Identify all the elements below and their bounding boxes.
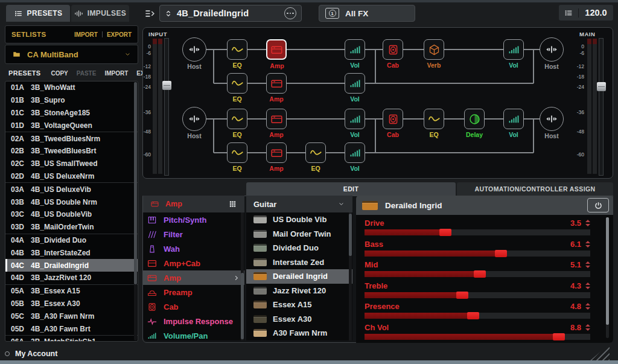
parameter-slider[interactable] (365, 271, 590, 277)
category-row[interactable]: Filter (143, 227, 244, 241)
tab-automation-controller-assign[interactable]: AUTOMATION/CONTROLLER ASSIGN (457, 182, 613, 196)
parameter-slider[interactable] (365, 292, 590, 298)
parameter-value[interactable]: 8.8 (570, 323, 581, 332)
tab-edit[interactable]: EDIT (246, 182, 456, 196)
preset-paste-button[interactable]: PASTE (77, 70, 97, 77)
preset-menu-button[interactable] (284, 7, 296, 19)
setlists-export-button[interactable]: EXPORT (107, 31, 132, 38)
model-row[interactable]: Essex A30 (246, 312, 352, 327)
preset-row[interactable]: 02D 4B_US DeluxeNrm (5, 170, 138, 183)
value-stepper[interactable] (585, 241, 590, 247)
amp-thumbnail (253, 272, 267, 280)
selected-model-name: Derailed Ingrid (385, 201, 442, 210)
setlists-import-button[interactable]: IMPORT (74, 31, 98, 38)
preset-import-button[interactable]: IMPORT (104, 70, 128, 77)
tempo-value[interactable]: 120.0 (579, 8, 613, 18)
category-scrollbar[interactable] (241, 212, 244, 340)
preset-row[interactable]: 03B 4B_US Double Nrm (5, 196, 138, 208)
value-stepper[interactable] (585, 303, 590, 310)
slider-handle[interactable] (495, 250, 507, 257)
tab-impulses[interactable]: IMPULSES (71, 5, 129, 22)
snapshot-button[interactable]: 1 All FX (319, 5, 415, 22)
preset-row[interactable]: 02B 3B_TweedBluesBrt (5, 145, 138, 158)
model-row[interactable]: Derailed Ingrid (246, 269, 352, 284)
preset-row[interactable]: 03C 4B_US DoubleVib (5, 208, 138, 221)
category-row[interactable]: Preamp (143, 285, 244, 299)
tempo-display[interactable]: 120.0 (559, 5, 613, 21)
preset-row[interactable]: 01B 3B_Supro (5, 94, 138, 107)
preset-row[interactable]: 03D 3B_MailOrderTwin (5, 221, 138, 234)
preset-row[interactable]: 01D 3B_VoltageQueen (5, 119, 138, 132)
model-row[interactable]: Essex A15 (246, 298, 352, 312)
preset-row[interactable]: 05D 4B_A30 Fawn Brt (5, 322, 138, 335)
model-filter-dropdown[interactable]: Guitar (246, 196, 352, 212)
preset-copy-button[interactable]: COPY (51, 70, 68, 77)
window-resize-grip[interactable] (590, 344, 610, 360)
slider-handle[interactable] (456, 292, 468, 299)
category-row[interactable]: Impulse Response (143, 314, 244, 328)
category-row[interactable]: Cab (143, 299, 244, 314)
parameter-slider[interactable] (365, 229, 590, 235)
preset-row[interactable]: 05A 3B_Essex A15 (5, 284, 138, 298)
preset-row[interactable]: 04D 3B_JazzRivet 120 (5, 272, 138, 284)
preset-selector[interactable]: 4B_DrailedIngrid (159, 5, 302, 22)
preset-row[interactable]: 06A 3B_MatchStickCh1 (5, 335, 138, 342)
parameter-value[interactable]: 4.8 (570, 302, 581, 311)
preset-row[interactable]: 04C 4B_DrailedIngrid (5, 259, 138, 272)
model-row[interactable]: US Double Vib (246, 212, 352, 227)
my-account-button[interactable]: My Account (5, 348, 186, 360)
preset-prev-next-icon[interactable] (165, 8, 172, 19)
parameter-slider[interactable] (365, 251, 590, 257)
amp-thumbnail (253, 329, 267, 337)
preset-list-scrollbar[interactable] (134, 82, 137, 340)
sidebar-collapse-icon[interactable] (143, 8, 157, 19)
tab-presets[interactable]: PRESETS (6, 5, 70, 22)
model-row[interactable]: Interstate Zed (246, 255, 352, 270)
preset-row[interactable]: 01C 3B_StoneAge185 (5, 107, 138, 120)
slider-handle[interactable] (439, 229, 451, 236)
value-stepper[interactable] (585, 220, 590, 226)
model-row[interactable]: Jazz Rivet 120 (246, 284, 352, 298)
preset-row[interactable]: 04A 3B_Divided Duo (5, 234, 138, 247)
preset-row[interactable]: 05C 3B_A30 Fawn Nrm (5, 310, 138, 322)
parameter-value[interactable]: 3.5 (570, 219, 581, 228)
value-stepper[interactable] (585, 283, 590, 289)
block-bypass-button[interactable] (587, 198, 609, 212)
parameter-scrollbar[interactable] (606, 217, 609, 338)
presets-list-header: PRESETS COPY PASTE IMPORT EXPORT (5, 66, 138, 80)
preset-row[interactable]: 02A 3B_TweedBluesNrm (5, 132, 138, 145)
slider-handle[interactable] (553, 333, 565, 340)
category-row[interactable]: Amp+Cab (143, 256, 244, 270)
value-stepper[interactable] (585, 324, 590, 331)
preset-row[interactable]: 02C 3B_US SmallTweed (5, 158, 138, 170)
value-stepper[interactable] (585, 261, 590, 268)
preset-row[interactable]: 05B 3B_Essex A30 (5, 298, 138, 310)
tempo-menu-icon[interactable] (559, 8, 579, 18)
chevron-down-icon (124, 51, 132, 57)
preset-row[interactable]: 04B 3B_InterStateZed (5, 246, 138, 259)
model-scrollbar[interactable] (349, 212, 352, 340)
setlists-header: SETLISTS IMPORT EXPORT (5, 25, 138, 43)
model-row[interactable]: Divided Duo (246, 241, 352, 255)
parameter-slider[interactable] (365, 334, 590, 340)
preset-row[interactable]: 01A 3B_WhoWatt (5, 81, 138, 94)
setlist-dropdown[interactable]: CA MultiBand (5, 45, 138, 64)
category-row[interactable]: Amp (143, 270, 244, 285)
model-row[interactable]: Mail Order Twin (246, 227, 352, 241)
parameter-value[interactable]: 6.1 (570, 240, 581, 249)
parameter-slider[interactable] (365, 313, 590, 319)
model-list: US Double Vib Mail Order Twin Divided Du… (246, 212, 352, 340)
slider-handle[interactable] (467, 312, 479, 319)
category-row[interactable]: Pitch/Synth (143, 212, 244, 227)
selected-model-header: Derailed Ingrid (356, 196, 613, 215)
preset-row[interactable]: 03A 4B_US DeluxeVib (5, 182, 138, 196)
model-row[interactable]: A30 Fawn Nrm (246, 326, 352, 340)
parameter-value[interactable]: 5.1 (570, 260, 581, 269)
category-row[interactable]: Volume/Pan (143, 328, 244, 340)
parameter-value[interactable]: 4.3 (570, 281, 581, 290)
category-row[interactable]: Wah (143, 241, 244, 256)
grid-view-icon[interactable] (227, 200, 238, 208)
parameter: Mid 5.1 (365, 260, 590, 281)
slider-handle[interactable] (474, 270, 486, 278)
category-icon (143, 302, 161, 312)
